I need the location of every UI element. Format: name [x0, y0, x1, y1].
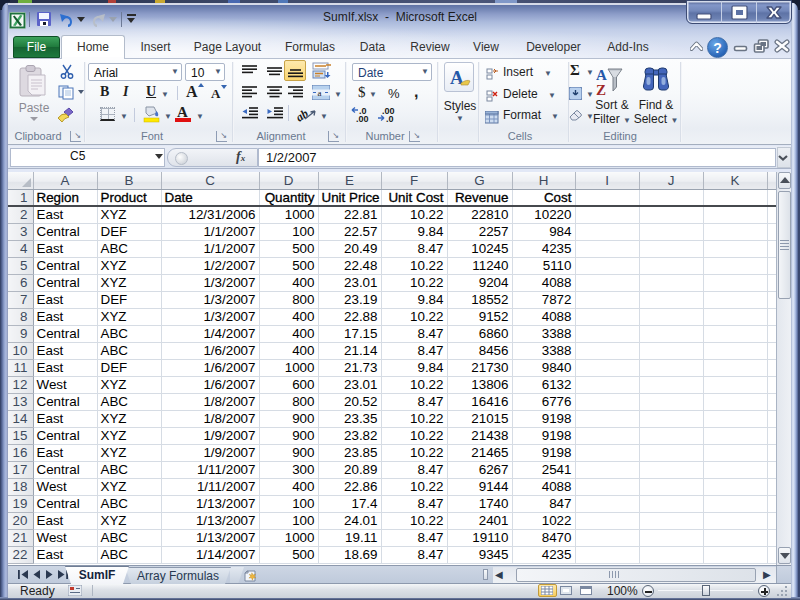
svg-text:a: a — [318, 88, 322, 98]
svg-text:ab: ab — [297, 106, 311, 123]
svg-text:.00: .00 — [356, 114, 369, 123]
svg-text:A: A — [596, 67, 607, 83]
svg-text:.0: .0 — [386, 114, 394, 123]
svg-text:Z: Z — [596, 82, 606, 98]
